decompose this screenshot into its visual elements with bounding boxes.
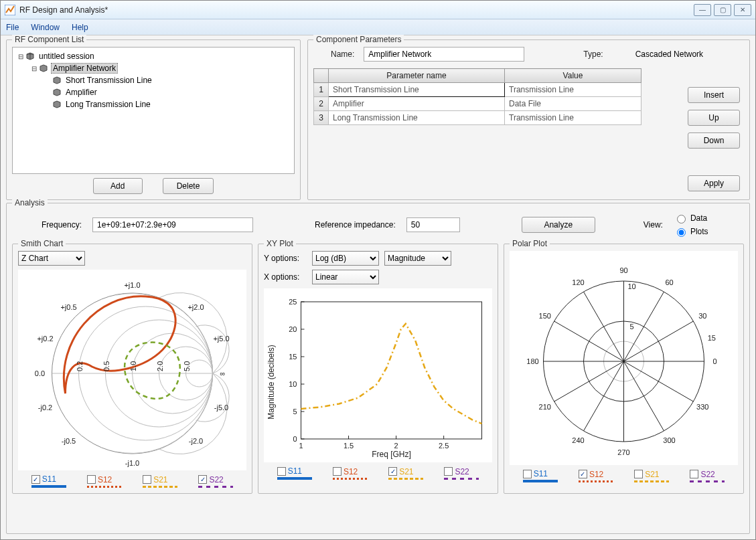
svg-text:20: 20 <box>289 325 297 333</box>
svg-text:90: 90 <box>619 266 627 274</box>
xy-plot: 051015202511.522.5 Magnitude (decibels) … <box>264 288 492 462</box>
yopt-label: Y options: <box>264 254 307 263</box>
s22-checkbox[interactable] <box>444 467 453 476</box>
tree-root[interactable]: untitled session <box>37 52 96 61</box>
svg-marker-6 <box>54 77 60 84</box>
s11-checkbox[interactable]: ✓ <box>31 475 40 484</box>
table-cell[interactable]: Transmission Line <box>505 111 641 125</box>
svg-marker-7 <box>54 89 60 96</box>
svg-text:240: 240 <box>572 436 584 444</box>
ref-impedance-label: Reference impedance: <box>315 220 396 230</box>
s12-checkbox[interactable] <box>333 467 342 476</box>
cube-icon <box>53 100 61 108</box>
svg-text:2: 2 <box>394 442 398 450</box>
s11-checkbox[interactable] <box>523 470 532 478</box>
polar-plot: 510015306090120150180210240270300330 <box>510 251 738 465</box>
analysis-panel: Analysis Frequency: Reference impedance:… <box>6 203 750 534</box>
menu-window[interactable]: Window <box>31 23 60 32</box>
smith-plot: +j1.0 +j0.5 +j2.0 +j0.2 +j5.0 0.0 ∞ -j0.… <box>18 270 246 470</box>
svg-text:1: 1 <box>299 442 303 450</box>
svg-text:210: 210 <box>539 403 551 411</box>
frequency-input[interactable] <box>92 217 253 232</box>
svg-text:25: 25 <box>289 298 297 306</box>
table-cell[interactable]: Amplifier <box>329 97 505 111</box>
tree-item[interactable]: Long Transmission Line <box>64 100 152 109</box>
xy-legend: XY Plot <box>264 239 296 248</box>
add-button[interactable]: Add <box>93 178 143 194</box>
s21-checkbox[interactable] <box>143 475 151 484</box>
down-button[interactable]: Down <box>688 132 740 149</box>
apply-button[interactable]: Apply <box>688 175 740 191</box>
smith-type-select[interactable]: Z Chart <box>18 251 85 266</box>
xopt-select[interactable]: Linear <box>312 270 379 284</box>
menu-file[interactable]: File <box>6 23 19 32</box>
svg-text:0: 0 <box>293 435 297 443</box>
svg-line-72 <box>624 361 694 401</box>
insert-button[interactable]: Insert <box>688 87 740 103</box>
yopt2-select[interactable]: Magnitude <box>384 251 451 266</box>
tree-item[interactable]: Short Transmission Line <box>64 76 153 85</box>
svg-text:270: 270 <box>617 448 629 456</box>
svg-text:30: 30 <box>698 312 706 320</box>
svg-text:0.0: 0.0 <box>35 369 45 377</box>
svg-text:1.5: 1.5 <box>344 442 354 450</box>
svg-text:-j5.0: -j5.0 <box>214 403 228 412</box>
view-plots-radio[interactable]: Plots <box>674 226 708 237</box>
analyze-button[interactable]: Analyze <box>522 217 595 233</box>
ref-impedance-input[interactable] <box>406 217 460 232</box>
component-list-legend: RF Component List <box>12 35 86 44</box>
tree-item[interactable]: Amplifier <box>64 88 98 97</box>
expand-icon[interactable]: ⊟ <box>17 53 25 60</box>
svg-line-66 <box>554 321 624 361</box>
svg-text:0.2: 0.2 <box>76 361 84 371</box>
view-data-radio[interactable]: Data <box>674 213 708 223</box>
s21-checkbox[interactable]: ✓ <box>388 467 397 476</box>
svg-line-69 <box>584 361 624 431</box>
svg-text:10: 10 <box>289 380 297 388</box>
menu-help[interactable]: Help <box>72 23 88 32</box>
svg-text:5: 5 <box>629 323 633 331</box>
s22-checkbox[interactable]: ✓ <box>198 475 207 484</box>
s22-checkbox[interactable] <box>690 470 698 478</box>
close-button[interactable]: ✕ <box>734 4 751 16</box>
polar-legend: Polar Plot <box>510 239 550 248</box>
svg-text:0.5: 0.5 <box>102 361 110 371</box>
s12-checkbox[interactable]: ✓ <box>579 470 587 478</box>
component-list-panel: RF Component List ⊟ untitled session ⊟ A… <box>6 39 301 200</box>
tree-selected[interactable]: Amplifier Network <box>51 63 118 74</box>
smith-legend: Smith Chart <box>18 239 66 248</box>
expand-icon[interactable]: ⊟ <box>30 65 38 72</box>
table-cell[interactable]: Transmission Line <box>505 83 641 97</box>
s12-checkbox[interactable] <box>87 475 96 484</box>
up-button[interactable]: Up <box>688 110 740 126</box>
svg-line-62 <box>624 321 694 361</box>
xy-plot-panel: XY Plot Y options: Log (dB) Magnitude X … <box>258 244 498 494</box>
s11-checkbox[interactable] <box>277 467 286 476</box>
svg-text:330: 330 <box>696 403 708 411</box>
svg-text:1.0: 1.0 <box>129 361 137 371</box>
delete-button[interactable]: Delete <box>163 178 214 194</box>
table-cell[interactable]: Long Transmission Line <box>329 111 505 125</box>
maximize-button[interactable]: ▢ <box>714 4 731 16</box>
component-tree[interactable]: ⊟ untitled session ⊟ Amplifier Network S… <box>12 47 295 174</box>
svg-text:+j0.5: +j0.5 <box>60 303 76 311</box>
cube-icon <box>26 52 34 60</box>
name-input[interactable] <box>364 47 524 62</box>
svg-text:15: 15 <box>289 353 297 361</box>
svg-text:2.5: 2.5 <box>439 442 449 450</box>
table-cell[interactable]: Data File <box>505 97 641 111</box>
col-param: Parameter name <box>329 69 505 83</box>
yopt1-select[interactable]: Log (dB) <box>312 251 379 266</box>
view-label: View: <box>644 220 663 230</box>
table-cell[interactable]: Short Transmission Line <box>329 83 505 97</box>
parameter-table[interactable]: Parameter nameValue 1Short Transmission … <box>313 68 641 125</box>
minimize-button[interactable]: — <box>694 4 711 16</box>
s21-checkbox[interactable] <box>634 470 643 478</box>
frequency-label: Frequency: <box>21 220 82 230</box>
xy-legend-row: S11 S12 ✓S21 S22 <box>264 466 492 480</box>
svg-text:60: 60 <box>665 278 673 286</box>
component-parameters-legend: Component Parameters <box>313 35 404 44</box>
svg-text:150: 150 <box>539 312 551 320</box>
svg-text:-j1.0: -j1.0 <box>125 459 139 467</box>
svg-text:+j2.0: +j2.0 <box>187 303 204 311</box>
